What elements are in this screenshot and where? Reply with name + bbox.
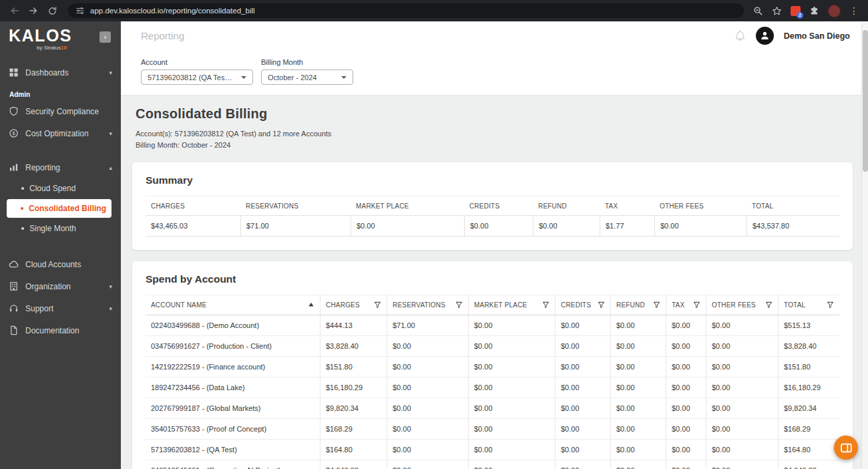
sidebar-item-support[interactable]: Support ▾ [0,297,121,319]
spend-column-header[interactable]: TAX [666,295,706,315]
extensions-puzzle-icon[interactable] [809,6,819,16]
sidebar-item-label: Organization [25,282,71,291]
forward-button[interactable] [25,3,41,19]
sidebar-item-cloud-accounts[interactable]: Cloud Accounts [0,253,121,275]
sidebar-item-consolidated-billing[interactable]: Consolidated Billing [7,199,112,218]
spend-table: ACCOUNT NAME CHARGES [146,295,839,469]
sidebar-item-single-month[interactable]: Single Month [0,218,121,239]
account-filter-label: Account [141,58,253,66]
spend-table-row: 022403499688 - (Demo Account) $444.13 $7… [146,315,839,336]
bookmark-star-icon[interactable] [772,6,782,16]
spend-column-header[interactable]: TOTAL [778,295,839,315]
total-cell: $4,646.83 [778,460,839,469]
billing-month-filter-group: Billing Month October - 2024 [261,58,353,85]
reservations-cell: $0.00 [387,440,468,460]
spend-column-header[interactable]: MARKET PLACE [468,295,555,315]
account-name-cell: 142192222519 - (Finance account) [146,357,320,377]
charges-cell: $4,646.83 [320,460,387,469]
refund-cell: $0.00 [610,377,666,398]
browser-profile-avatar[interactable] [828,5,841,17]
refresh-button[interactable] [44,3,60,19]
chevron-down-icon: ▾ [109,130,112,137]
sidebar-item-label: Security Compliance [25,107,99,116]
zoom-icon[interactable] [753,6,763,16]
sidebar-collapse-button[interactable]: ‹ [99,31,111,43]
reservations-cell: $0.00 [387,336,468,356]
sidebar-item-cost-optimization[interactable]: $ Cost Optimization ▾ [0,122,121,144]
tax-cell: $0.00 [666,440,706,460]
chevron-up-icon: ▴ [109,164,112,171]
spend-column-header[interactable]: RESERVATIONS [387,295,468,315]
spend-table-row: 202767999187 - (Global Markets) $9,820.3… [146,398,839,419]
scrollbar-thumb[interactable] [863,30,868,172]
sidebar-item-organization[interactable]: Organization ▾ [0,275,121,297]
filter-funnel-icon[interactable] [598,301,605,309]
account-name-column-header[interactable]: ACCOUNT NAME [146,295,320,315]
sidebar-item-security-compliance[interactable]: Security Compliance [0,100,121,122]
sidebar-item-documentation[interactable]: Documentation [0,319,121,341]
account-name-cell: 202767999187 - (Global Markets) [146,398,320,418]
url-text: app.dev.kaloscloud.io/reporting/consolid… [90,7,255,15]
vertical-scrollbar[interactable] [861,21,868,469]
logo-tagline: by Stratus10 [37,45,121,51]
marketplace-cell: $0.00 [468,398,555,418]
user-avatar[interactable] [756,27,774,45]
sidebar-item-dashboards[interactable]: Dashboards ▾ [0,61,121,84]
summary-value-cell: $0.00 [533,216,600,236]
cost-icon: $ [9,128,19,138]
total-cell: $515.13 [778,315,839,335]
browser-menu-icon[interactable]: ⋮ [849,6,859,15]
summary-column-header: CHARGES [146,196,240,215]
bullet-icon [21,227,24,230]
summary-card: Summary CHARGESRESERVATIONSMARKET PLACEC… [132,162,853,250]
spend-table-row: 646510545691 - (Generative AI Project) $… [146,460,839,469]
billing-month-select[interactable]: October - 2024 [261,69,353,85]
total-cell: $164.80 [778,440,839,460]
filter-bar: Account 571396203812 (QA Test), 022... B… [121,50,868,96]
page-content: Consolidated Billing Account(s): 5713962… [121,96,868,469]
extension-icon[interactable]: 2 [791,6,801,16]
address-bar[interactable]: app.dev.kaloscloud.io/reporting/consolid… [68,3,744,18]
chevron-down-icon: ▾ [109,283,112,290]
spend-column-header[interactable]: REFUND [610,295,666,315]
account-select[interactable]: 571396203812 (QA Test), 022... [141,69,253,85]
refund-cell: $0.00 [610,440,666,460]
spend-column-header[interactable]: OTHER FEES [706,295,778,315]
refund-cell: $0.00 [610,460,666,469]
spend-column-header[interactable]: CHARGES [320,295,387,315]
bullet-icon [21,187,24,190]
marketplace-cell: $0.00 [468,440,555,460]
refund-cell: $0.00 [610,357,666,377]
sidebar-item-label: Cost Optimization [25,129,89,138]
summary-value-cell: $1.77 [600,216,654,236]
cloud-icon [9,259,19,269]
sidebar-item-label: Cloud Spend [29,184,75,193]
filter-funnel-icon[interactable] [653,301,660,309]
sort-ascending-icon[interactable] [308,302,314,308]
spend-column-header[interactable]: CREDITS [555,295,610,315]
back-button[interactable] [7,3,23,19]
sidebar-item-cloud-spend[interactable]: Cloud Spend [0,178,121,198]
credits-cell: $0.00 [555,315,610,335]
filter-funnel-icon[interactable] [693,301,700,309]
accounts-summary-line: Account(s): 571396203812 (QA Test) and 1… [136,128,853,140]
sidebar-item-label: Single Month [29,224,76,233]
filter-funnel-icon[interactable] [374,301,381,309]
filter-funnel-icon[interactable] [455,301,463,309]
summary-value-cell: $0.00 [464,216,533,236]
filter-funnel-icon[interactable] [765,301,773,309]
notifications-bell-icon[interactable] [734,30,746,41]
sidebar-item-reporting[interactable]: Reporting ▴ [0,156,121,178]
site-info-icon[interactable] [75,6,85,15]
chevron-down-icon: ▾ [109,69,112,76]
filter-funnel-icon[interactable] [542,301,550,309]
help-walkthrough-button[interactable] [834,436,858,460]
app-frame: KALOS by Stratus10 ‹ Dashboards ▾ Admin … [0,21,868,469]
caret-down-icon [341,76,347,79]
filter-funnel-icon[interactable] [827,301,834,309]
header-actions: Demo San Diego [734,27,850,45]
user-name[interactable]: Demo San Diego [784,31,850,41]
other-fees-cell: $0.00 [706,440,778,460]
charges-cell: $168.29 [320,419,387,439]
marketplace-cell: $0.00 [468,460,555,469]
